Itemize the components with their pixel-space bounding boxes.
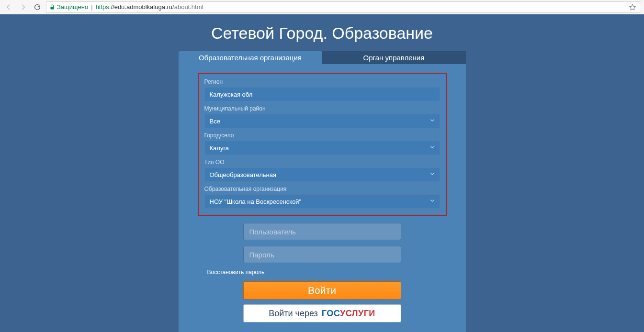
lock-icon: Защищено bbox=[49, 3, 88, 11]
page-body: Сетевой Город. Образование Образовательн… bbox=[0, 14, 644, 332]
browser-toolbar: Защищено | https://edu.admoblkaluga.ru/a… bbox=[0, 0, 644, 14]
gosuslugi-prefix: Войти через bbox=[269, 309, 318, 319]
restore-password-link[interactable]: Восстановить пароль bbox=[207, 269, 265, 276]
region-value: Калужская обл bbox=[210, 91, 253, 98]
secure-label: Защищено bbox=[57, 3, 88, 11]
district-value: Все bbox=[210, 118, 220, 125]
chevron-down-icon bbox=[429, 144, 436, 152]
district-label: Муниципальный район bbox=[204, 105, 440, 112]
login-panel: Регион Калужская обл Муниципальный район… bbox=[179, 64, 466, 332]
reload-button[interactable] bbox=[32, 1, 43, 13]
address-bar[interactable]: Защищено | https://edu.admoblkaluga.ru/a… bbox=[46, 1, 641, 13]
url-text: https://edu.admoblkaluga.ru/about.html bbox=[96, 3, 203, 11]
city-select[interactable]: Калуга bbox=[204, 141, 440, 155]
org-value: НОУ "Школа на Воскресенской" bbox=[210, 198, 302, 205]
type-label: Тип ОО bbox=[204, 159, 440, 166]
org-label: Образовательная организация bbox=[204, 186, 440, 192]
tab-authority[interactable]: Орган управления bbox=[322, 51, 466, 64]
org-select[interactable]: НОУ "Школа на Воскресенской" bbox=[204, 194, 440, 209]
gosuslugi-logo: ГОСУСЛУГИ bbox=[322, 309, 375, 319]
bookmark-star-icon[interactable] bbox=[627, 3, 638, 11]
type-value: Общеобразовательная bbox=[210, 171, 277, 178]
city-label: Город/село bbox=[204, 132, 440, 139]
org-selector-group: Регион Калужская обл Муниципальный район… bbox=[198, 73, 447, 216]
region-label: Регион bbox=[204, 78, 440, 85]
page-title: Сетевой Город. Образование bbox=[179, 14, 466, 51]
login-button[interactable]: Войти bbox=[243, 281, 401, 299]
tab-educational-org[interactable]: Образовательная организация bbox=[179, 51, 322, 64]
password-input[interactable] bbox=[243, 246, 401, 263]
district-select[interactable]: Все bbox=[204, 114, 440, 128]
url-separator: | bbox=[91, 3, 92, 11]
chevron-down-icon bbox=[429, 198, 436, 206]
login-tabs: Образовательная организация Орган управл… bbox=[179, 51, 466, 64]
forward-button[interactable] bbox=[17, 1, 29, 13]
chevron-down-icon bbox=[429, 171, 436, 179]
city-value: Калуга bbox=[210, 144, 229, 152]
type-select[interactable]: Общеобразовательная bbox=[204, 167, 440, 182]
chevron-down-icon bbox=[429, 117, 436, 125]
username-input[interactable] bbox=[243, 223, 401, 240]
gosuslugi-button[interactable]: Войти через ГОСУСЛУГИ bbox=[243, 304, 401, 322]
back-button[interactable] bbox=[3, 1, 14, 13]
region-field: Калужская обл bbox=[204, 87, 440, 101]
